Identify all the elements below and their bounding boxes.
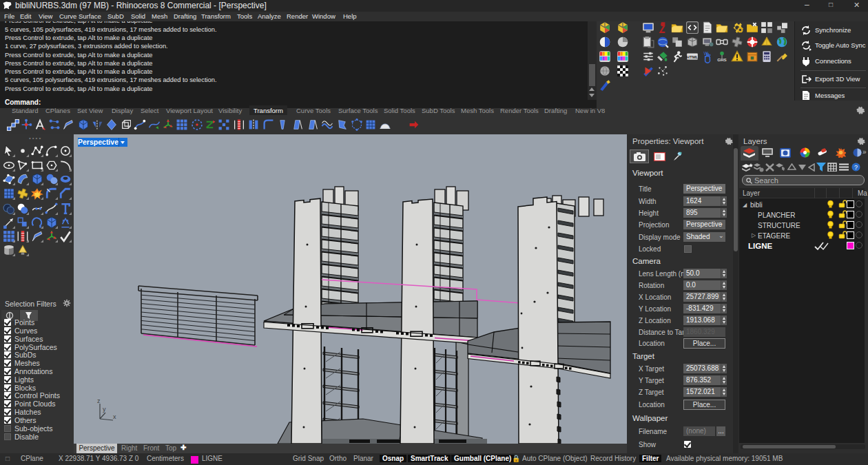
svg-text:W: W xyxy=(703,51,708,56)
svg-text:?: ? xyxy=(854,164,858,171)
svg-text:HTML: HTML xyxy=(686,54,698,59)
svg-text:z: z xyxy=(97,397,101,404)
svg-text:GHS: GHS xyxy=(717,57,726,62)
svg-text:y: y xyxy=(103,406,106,413)
svg-text:x: x xyxy=(113,413,116,420)
